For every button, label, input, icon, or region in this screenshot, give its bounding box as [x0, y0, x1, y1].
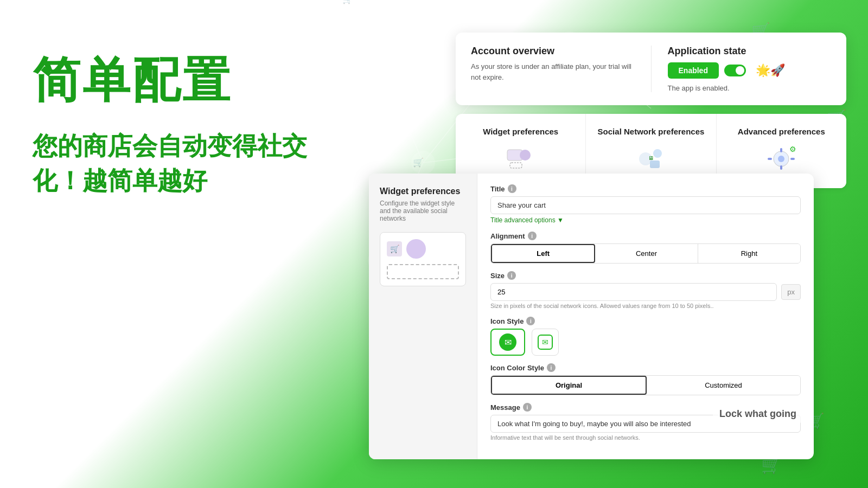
size-hint: Size in pixels of the social network ico…	[490, 303, 801, 309]
svg-rect-31	[650, 160, 660, 168]
preview-cart: 🛒	[387, 241, 402, 256]
enabled-button[interactable]: Enabled	[668, 62, 719, 79]
widget-sidebar: Widget preferences Configure the widget …	[369, 174, 477, 459]
title-label: Title i	[490, 184, 801, 193]
field-alignment: Alignment i Left Center Right	[490, 232, 801, 264]
svg-text:🛒: 🛒	[342, 0, 353, 4]
align-right-btn[interactable]: Right	[698, 244, 800, 263]
svg-rect-38	[790, 158, 795, 160]
svg-rect-36	[780, 165, 782, 170]
tab-social-icon: 🖥	[597, 143, 705, 175]
icon-style-info-icon: i	[526, 317, 535, 325]
align-left-btn[interactable]: Left	[491, 244, 595, 263]
tab-advanced-label: Advanced preferences	[727, 127, 835, 136]
sub-title: 您的商店会自动变得社交化！越简单越好	[33, 129, 326, 198]
tab-advanced-icon: ⚙	[727, 143, 835, 175]
alignment-info-icon: i	[528, 232, 537, 240]
field-icon-style: Icon Style i ✉ ✉	[490, 317, 801, 356]
size-row: px	[490, 283, 801, 301]
icon-style-label: Icon Style i	[490, 317, 801, 325]
svg-point-34	[778, 156, 784, 162]
message-info-icon: i	[523, 403, 532, 412]
right-section: Account overview As your store is under …	[456, 33, 868, 188]
align-center-btn[interactable]: Center	[595, 244, 698, 263]
widget-sidebar-title: Widget preferences	[380, 187, 466, 196]
lock-text: Lock what going	[713, 405, 803, 423]
left-section: 简单配置 您的商店会自动变得社交化！越简单越好	[33, 54, 326, 198]
size-unit: px	[781, 284, 801, 300]
app-state-section: Application state Enabled 🌟🚀 The app is …	[652, 46, 832, 92]
color-style-label: Icon Color Style i	[490, 363, 801, 372]
color-customized-btn[interactable]: Customized	[647, 376, 800, 395]
svg-line-5	[353, 0, 423, 163]
svg-point-27	[520, 150, 531, 160]
svg-point-30	[653, 149, 662, 158]
preview-dashed	[387, 264, 459, 279]
tab-widget-label: Widget preferences	[467, 127, 575, 136]
title-info-icon: i	[508, 184, 516, 193]
alignment-label: Alignment i	[490, 232, 801, 240]
app-state-desc: The app is enabled.	[668, 84, 730, 92]
svg-rect-35	[780, 148, 782, 152]
title-advanced-link[interactable]: Title advanced options ▼	[490, 216, 801, 224]
preview-circle	[406, 239, 426, 259]
svg-text:⚙: ⚙	[789, 145, 796, 153]
message-hint: Informative text that will be sent throu…	[490, 434, 801, 441]
field-title: Title i Title advanced options ▼	[490, 184, 801, 224]
toggle-switch[interactable]	[724, 65, 746, 76]
account-overview: Account overview As your store is under …	[471, 46, 652, 92]
tab-social-label: Social Network preferences	[597, 127, 705, 136]
icon-style-circle-btn[interactable]: ✉	[490, 329, 525, 356]
app-state-title: Application state	[668, 46, 746, 57]
account-overview-title: Account overview	[471, 46, 635, 57]
field-color-style: Icon Color Style i Original Customized	[490, 363, 801, 395]
size-label: Size i	[490, 271, 801, 280]
svg-text:🛒: 🛒	[413, 157, 424, 168]
svg-rect-28	[510, 163, 522, 168]
widget-preview: 🛒	[380, 232, 466, 286]
widget-sidebar-desc: Configure the widget style and the avail…	[380, 200, 466, 222]
color-style-info-icon: i	[547, 363, 556, 372]
size-input[interactable]	[490, 283, 777, 301]
icon-style-options: ✉ ✉	[490, 329, 801, 356]
color-style-options: Original Customized	[490, 375, 801, 395]
svg-text:🖥: 🖥	[648, 155, 654, 161]
decoration-icons: 🌟🚀	[756, 63, 785, 78]
whatsapp-circle-icon: ✉	[499, 333, 516, 351]
account-panel: Account overview As your store is under …	[456, 33, 846, 105]
main-title: 简单配置	[33, 54, 326, 107]
toggle-row: Enabled 🌟🚀	[668, 62, 785, 79]
field-size: Size i px Size in pixels of the social n…	[490, 271, 801, 309]
whatsapp-outline-icon: ✉	[538, 335, 553, 350]
icon-style-outline-btn[interactable]: ✉	[532, 329, 559, 356]
alignment-options: Left Center Right	[490, 243, 801, 264]
svg-rect-37	[768, 158, 772, 160]
color-original-btn[interactable]: Original	[491, 376, 647, 395]
account-overview-desc: As your store is under an affiliate plan…	[471, 61, 635, 82]
tab-widget-icon	[467, 143, 575, 175]
size-info-icon: i	[507, 271, 516, 280]
title-input[interactable]	[490, 196, 801, 214]
